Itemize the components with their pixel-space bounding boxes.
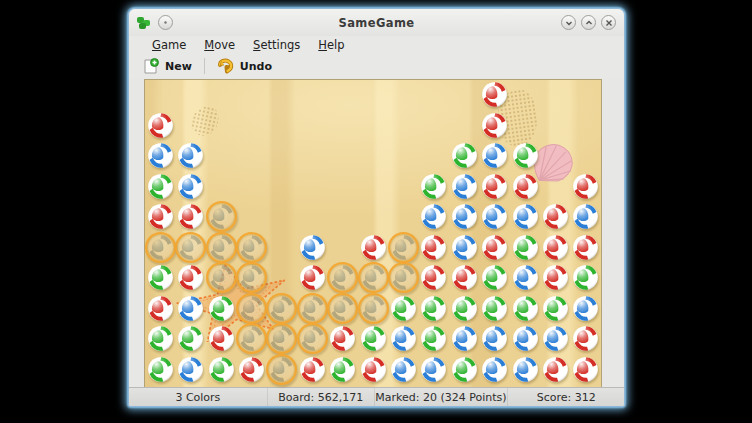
marked-blue-ball[interactable]: [208, 234, 235, 261]
maximize-button[interactable]: [581, 15, 596, 30]
blue-ball[interactable]: [177, 173, 204, 200]
blue-ball[interactable]: [420, 356, 447, 383]
red-ball[interactable]: [451, 264, 478, 291]
red-ball[interactable]: [481, 234, 508, 261]
blue-ball[interactable]: [451, 203, 478, 230]
green-ball[interactable]: [420, 325, 447, 352]
red-ball[interactable]: [208, 325, 235, 352]
green-ball[interactable]: [512, 234, 539, 261]
blue-ball[interactable]: [390, 325, 417, 352]
marked-blue-ball[interactable]: [360, 264, 387, 291]
blue-ball[interactable]: [177, 356, 204, 383]
green-ball[interactable]: [329, 356, 356, 383]
red-ball[interactable]: [481, 173, 508, 200]
menu-move[interactable]: Move: [195, 36, 244, 54]
green-ball[interactable]: [572, 264, 599, 291]
green-ball[interactable]: [451, 295, 478, 322]
blue-ball[interactable]: [512, 203, 539, 230]
red-ball[interactable]: [360, 234, 387, 261]
red-ball[interactable]: [147, 203, 174, 230]
blue-ball[interactable]: [572, 295, 599, 322]
red-ball[interactable]: [572, 356, 599, 383]
marked-blue-ball[interactable]: [208, 203, 235, 230]
menu-help[interactable]: Help: [309, 36, 353, 54]
green-ball[interactable]: [481, 295, 508, 322]
red-ball[interactable]: [177, 203, 204, 230]
red-ball[interactable]: [329, 325, 356, 352]
blue-ball[interactable]: [542, 325, 569, 352]
green-ball[interactable]: [420, 295, 447, 322]
blue-ball[interactable]: [512, 264, 539, 291]
menu-settings[interactable]: Settings: [244, 36, 309, 54]
red-ball[interactable]: [572, 325, 599, 352]
marked-blue-ball[interactable]: [360, 295, 387, 322]
red-ball[interactable]: [542, 234, 569, 261]
marked-blue-ball[interactable]: [208, 264, 235, 291]
green-ball[interactable]: [208, 356, 235, 383]
green-ball[interactable]: [390, 295, 417, 322]
red-ball[interactable]: [542, 203, 569, 230]
red-ball[interactable]: [512, 173, 539, 200]
blue-ball[interactable]: [481, 325, 508, 352]
marked-blue-ball[interactable]: [238, 264, 265, 291]
green-ball[interactable]: [481, 264, 508, 291]
red-ball[interactable]: [299, 264, 326, 291]
red-ball[interactable]: [360, 356, 387, 383]
green-ball[interactable]: [208, 295, 235, 322]
blue-ball[interactable]: [572, 203, 599, 230]
marked-blue-ball[interactable]: [299, 325, 326, 352]
green-ball[interactable]: [512, 142, 539, 169]
red-ball[interactable]: [238, 356, 265, 383]
green-ball[interactable]: [147, 264, 174, 291]
blue-ball[interactable]: [420, 203, 447, 230]
blue-ball[interactable]: [481, 356, 508, 383]
marked-blue-ball[interactable]: [299, 295, 326, 322]
blue-ball[interactable]: [451, 173, 478, 200]
marked-blue-ball[interactable]: [268, 356, 295, 383]
menu-game[interactable]: Game: [143, 36, 195, 54]
green-ball[interactable]: [147, 356, 174, 383]
red-ball[interactable]: [299, 356, 326, 383]
marked-blue-ball[interactable]: [147, 234, 174, 261]
marked-blue-ball[interactable]: [238, 325, 265, 352]
green-ball[interactable]: [177, 325, 204, 352]
blue-ball[interactable]: [147, 142, 174, 169]
red-ball[interactable]: [542, 356, 569, 383]
window-menu-button[interactable]: [158, 15, 173, 30]
green-ball[interactable]: [512, 295, 539, 322]
red-ball[interactable]: [542, 264, 569, 291]
game-board[interactable]: [144, 79, 602, 392]
red-ball[interactable]: [420, 234, 447, 261]
blue-ball[interactable]: [299, 234, 326, 261]
red-ball[interactable]: [147, 295, 174, 322]
marked-blue-ball[interactable]: [238, 295, 265, 322]
blue-ball[interactable]: [512, 356, 539, 383]
marked-blue-ball[interactable]: [329, 295, 356, 322]
green-ball[interactable]: [451, 356, 478, 383]
blue-ball[interactable]: [481, 142, 508, 169]
red-ball[interactable]: [481, 81, 508, 108]
marked-blue-ball[interactable]: [329, 264, 356, 291]
new-game-button[interactable]: New: [135, 56, 200, 77]
red-ball[interactable]: [481, 112, 508, 139]
blue-ball[interactable]: [512, 325, 539, 352]
marked-blue-ball[interactable]: [268, 325, 295, 352]
close-button[interactable]: [601, 15, 616, 30]
green-ball[interactable]: [420, 173, 447, 200]
titlebar[interactable]: SameGame: [129, 9, 624, 36]
red-ball[interactable]: [177, 264, 204, 291]
blue-ball[interactable]: [390, 356, 417, 383]
green-ball[interactable]: [147, 173, 174, 200]
undo-button[interactable]: Undo: [209, 56, 280, 76]
blue-ball[interactable]: [451, 325, 478, 352]
green-ball[interactable]: [542, 295, 569, 322]
green-ball[interactable]: [451, 142, 478, 169]
red-ball[interactable]: [147, 112, 174, 139]
marked-blue-ball[interactable]: [390, 264, 417, 291]
red-ball[interactable]: [420, 264, 447, 291]
marked-blue-ball[interactable]: [238, 234, 265, 261]
marked-blue-ball[interactable]: [177, 234, 204, 261]
blue-ball[interactable]: [177, 295, 204, 322]
marked-blue-ball[interactable]: [268, 295, 295, 322]
blue-ball[interactable]: [177, 142, 204, 169]
